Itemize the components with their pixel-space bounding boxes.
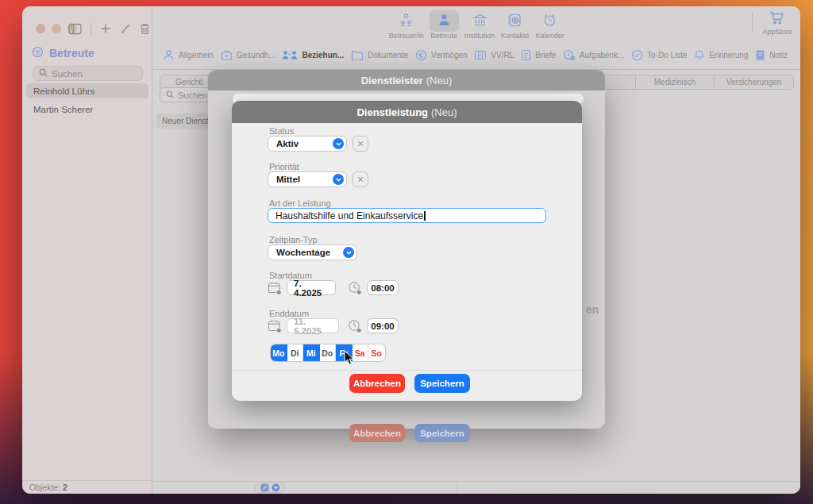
clipped-heading-text: en xyxy=(586,303,599,316)
sidebar-search-input[interactable]: Suchen xyxy=(33,66,143,81)
section-ribbon: Allgemein Gesundh... Beziehun... xyxy=(153,41,800,70)
ribbon-item-gesundheit[interactable]: Gesundh... xyxy=(221,49,275,61)
euro-icon xyxy=(415,49,427,61)
calendar-icon[interactable] xyxy=(268,281,282,295)
objects-count-value: 2 xyxy=(63,483,67,492)
toolbar-item-institution[interactable]: Institution xyxy=(464,10,495,40)
bank-icon xyxy=(465,10,495,32)
ribbon-item-vvrl[interactable]: VV/RL xyxy=(474,49,514,61)
weekday-do[interactable]: Do xyxy=(320,344,337,361)
toolbar-item-label: Kontakte xyxy=(501,32,530,40)
list-item[interactable]: Martin Scherer xyxy=(26,102,148,117)
minimize-window-button[interactable] xyxy=(52,24,61,33)
ribbon-label: Erinnerung xyxy=(709,51,748,60)
ribbon-item-briefe[interactable]: Briefe xyxy=(521,49,556,61)
status-label: Status xyxy=(269,126,294,136)
ribbon-label: Aufgabenk... xyxy=(580,51,624,60)
edit-badge-icon[interactable] xyxy=(260,481,269,494)
priority-label: Priorität xyxy=(269,162,299,171)
sidebar-footer: Objekte: 2 xyxy=(22,480,152,494)
dialog-title-suffix: (Neu) xyxy=(431,106,457,118)
list-item[interactable]: Reinhold Lührs xyxy=(26,83,148,98)
dialog-body: Status Aktiv × Priorität Mittel xyxy=(232,123,582,401)
clock-check-icon xyxy=(563,49,576,61)
service-type-input[interactable]: Haushaltshilfe und Einkaufsservice xyxy=(268,208,546,223)
dialog-divider xyxy=(232,370,582,371)
save-button[interactable]: Speichern xyxy=(414,374,470,393)
relations-icon xyxy=(282,49,298,61)
alarm-clock-icon xyxy=(535,10,564,32)
priority-value: Mittel xyxy=(276,175,300,184)
toolbar-item-betreute[interactable]: Betreute xyxy=(430,10,459,40)
priority-select[interactable]: Mittel xyxy=(268,171,347,187)
add-icon[interactable] xyxy=(100,23,111,34)
toolbar-item-label: Betreuer/in xyxy=(389,32,424,40)
end-date-field[interactable]: 11. 5.2025 xyxy=(287,318,339,333)
toolbar-divider xyxy=(752,13,753,33)
cancel-button[interactable]: Abbrechen xyxy=(349,374,405,393)
footer-divider xyxy=(457,482,457,494)
ribbon-item-todo[interactable]: To-Do Liste xyxy=(631,49,688,61)
status-select[interactable]: Aktiv xyxy=(268,136,347,152)
ribbon-item-aufgaben[interactable]: Aufgabenk... xyxy=(563,49,624,61)
chevron-down-icon xyxy=(343,247,354,258)
text-caret xyxy=(424,211,426,221)
toolbar-item-kalender[interactable]: Kalender xyxy=(535,10,564,40)
schedule-type-select[interactable]: Wochentage xyxy=(268,244,357,260)
save-button-disabled[interactable]: Speichern xyxy=(414,424,470,442)
search-placeholder: Suchen xyxy=(52,69,83,79)
chevron-down-icon xyxy=(333,174,344,185)
weekday-di[interactable]: Di xyxy=(287,344,304,361)
ribbon-item-dokumente[interactable]: Dokumente xyxy=(351,50,408,61)
folder-icon xyxy=(351,50,364,61)
start-date-field[interactable]: 7. 4.2025 xyxy=(287,280,336,295)
cart-icon xyxy=(769,10,786,28)
sidebar: Betreute Suchen Reinhold Lührs Martin Sc… xyxy=(22,6,152,494)
trash-icon[interactable] xyxy=(140,23,150,35)
weekday-selector: Mo Di Mi Do Fr Sa So xyxy=(270,344,386,362)
end-time-field[interactable]: 09:00 xyxy=(367,318,399,333)
medkit-icon xyxy=(221,49,233,61)
ribbon-item-vermoegen[interactable]: Vermögen xyxy=(415,49,468,61)
toolbar-item-kontakte[interactable]: Kontakte xyxy=(500,10,530,40)
toolbar-item-label: Institution xyxy=(464,32,495,40)
clock-icon[interactable] xyxy=(348,281,362,295)
footer-actions xyxy=(255,483,285,493)
ribbon-item-allgemein[interactable]: Allgemein xyxy=(163,49,214,61)
toolbar-item-betreuer[interactable]: Betreuer/in xyxy=(389,10,424,40)
edit-icon[interactable] xyxy=(120,23,131,34)
calendar-icon[interactable] xyxy=(268,319,282,333)
ledger-icon xyxy=(474,49,487,61)
status-clear-button[interactable]: × xyxy=(353,136,368,152)
tab-versicherungen[interactable]: Versicherungen xyxy=(715,75,793,89)
sidebar-toggle-icon[interactable] xyxy=(68,23,82,35)
ribbon-label: Briefe xyxy=(535,51,556,60)
close-window-button[interactable] xyxy=(36,24,45,33)
caretakers-icon xyxy=(391,10,421,32)
sidebar-title: Betreute xyxy=(49,47,94,60)
dialog-titlebar: Dienstleistung (Neu) xyxy=(232,101,582,123)
weekday-mo[interactable]: Mo xyxy=(271,344,287,361)
ribbon-item-erinnerung[interactable]: Erinnerung xyxy=(694,49,748,61)
status-value: Aktiv xyxy=(276,139,299,148)
tab-medizinisch[interactable]: Medizinisch xyxy=(636,75,715,89)
ribbon-label: Beziehun... xyxy=(302,51,344,60)
dienstleistung-dialog: Dienstleistung (Neu) Status Aktiv × Prio… xyxy=(232,101,582,401)
add-circle-icon[interactable] xyxy=(272,481,280,494)
top-toolbar: Betreuer/in Betreute xyxy=(153,6,800,41)
start-time-field[interactable]: 08:00 xyxy=(367,280,399,295)
ribbon-item-notiz[interactable]: Notiz xyxy=(755,49,788,61)
mouse-cursor xyxy=(344,350,355,369)
toolbar-item-appstore[interactable]: AppStore xyxy=(762,10,792,36)
weekday-so[interactable]: So xyxy=(368,344,385,361)
filter-list-icon[interactable] xyxy=(32,46,44,60)
toolbar-divider xyxy=(91,22,91,35)
priority-clear-button[interactable]: × xyxy=(353,171,368,187)
service-type-value: Haushaltshilfe und Einkaufsservice xyxy=(275,210,423,221)
cancel-button-disabled[interactable]: Abbrechen xyxy=(349,424,405,442)
weekday-mi[interactable]: Mi xyxy=(303,344,320,361)
clock-icon[interactable] xyxy=(348,319,362,333)
schedule-type-label: Zeitplan-Typ xyxy=(269,235,318,244)
ribbon-item-beziehungen[interactable]: Beziehun... xyxy=(282,49,344,61)
person-icon xyxy=(430,10,459,32)
